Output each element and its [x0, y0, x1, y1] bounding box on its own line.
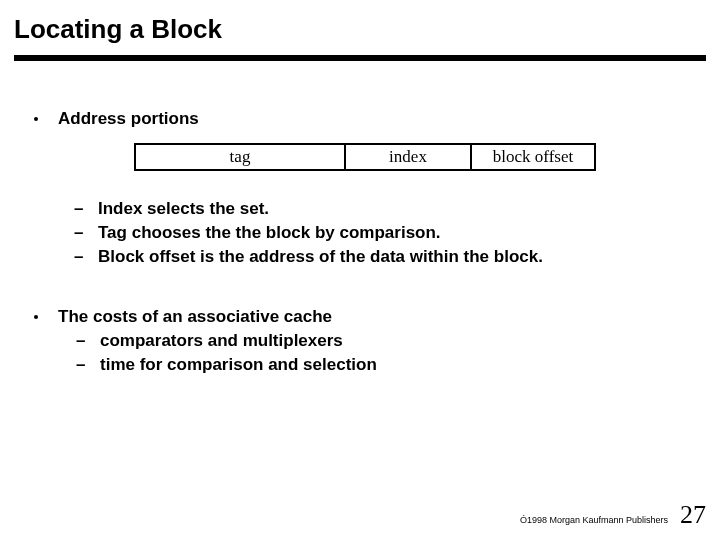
slide-content: Address portions tag index block offset … [0, 61, 720, 379]
cell-block-offset: block offset [470, 143, 596, 171]
dash-icon: – [74, 223, 86, 243]
sub-list-2: – comparators and multiplexers – time fo… [76, 331, 377, 379]
slide-title: Locating a Block [0, 0, 720, 55]
list-item: – Block offset is the address of the dat… [74, 247, 706, 267]
list-item: – Tag chooses the the block by compariso… [74, 223, 706, 243]
dash-icon: – [74, 199, 86, 219]
cell-index: index [344, 143, 470, 171]
dash-icon: – [76, 331, 88, 351]
sub-list-1: – Index selects the set. – Tag chooses t… [74, 199, 706, 267]
copyright-text: Ó1998 Morgan Kaufmann Publishers [520, 515, 668, 525]
cell-tag: tag [134, 143, 344, 171]
sub2-item1: time for comparison and selection [100, 355, 377, 375]
bullet-item-2: The costs of an associative cache – comp… [14, 307, 706, 379]
list-item: – comparators and multiplexers [76, 331, 377, 351]
sub1-item1: Tag chooses the the block by comparison. [98, 223, 441, 243]
list-item: – Index selects the set. [74, 199, 706, 219]
page-number: 27 [680, 500, 706, 530]
bullet-1-text: Address portions [58, 109, 199, 129]
bullet-item-1: Address portions [14, 109, 706, 129]
sub1-item2: Block offset is the address of the data … [98, 247, 543, 267]
slide-footer: Ó1998 Morgan Kaufmann Publishers 27 [520, 500, 706, 530]
bullet-dot-icon [34, 315, 38, 319]
dash-icon: – [74, 247, 86, 267]
dash-icon: – [76, 355, 88, 375]
list-item: – time for comparison and selection [76, 355, 377, 375]
bullet-2-text: The costs of an associative cache [58, 307, 377, 327]
sub2-item0: comparators and multiplexers [100, 331, 343, 351]
sub1-item0: Index selects the set. [98, 199, 269, 219]
bullet-dot-icon [34, 117, 38, 121]
address-portions-table: tag index block offset [134, 143, 706, 171]
